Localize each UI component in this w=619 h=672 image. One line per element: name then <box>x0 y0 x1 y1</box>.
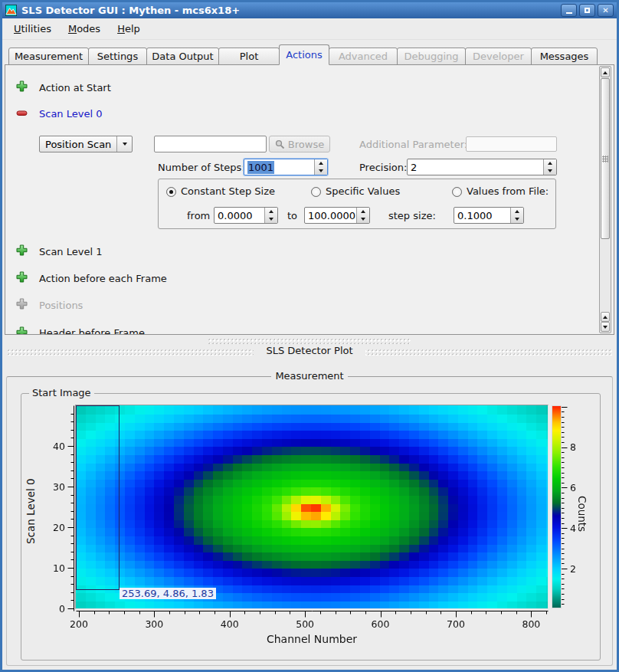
actions-panel: Action at Start Scan Level 0 Position Sc… <box>5 64 614 335</box>
scan-level-1-label[interactable]: Scan Level 1 <box>39 246 102 257</box>
expand-plus-icon[interactable] <box>16 271 28 283</box>
spin-down-button[interactable] <box>511 215 523 223</box>
spinbox-buttons[interactable] <box>543 159 556 175</box>
arrow-up-icon <box>515 210 519 213</box>
scan-level-0-label[interactable]: Scan Level 0 <box>39 108 102 120</box>
actions-scrollbar[interactable] <box>599 66 611 333</box>
precision-value[interactable]: 2 <box>408 159 543 175</box>
scan-mode-value: Position Scan <box>40 139 116 150</box>
spin-down-button[interactable] <box>357 215 369 223</box>
spin-up-button[interactable] <box>544 159 556 167</box>
arrow-up-icon <box>603 316 608 319</box>
spin-up-button[interactable] <box>511 208 523 215</box>
tab-data-output[interactable]: Data Output <box>146 48 219 65</box>
spinbox-buttons[interactable] <box>314 159 327 175</box>
app-logo-icon <box>5 5 17 16</box>
tab-actions[interactable]: Actions <box>279 44 329 65</box>
spinbox-buttons[interactable] <box>510 208 523 223</box>
spinbox-buttons[interactable] <box>356 208 369 223</box>
collapse-minus-icon[interactable] <box>16 107 28 119</box>
minimize-icon <box>566 12 572 14</box>
tab-plot[interactable]: Plot <box>218 48 280 65</box>
measurement-title-row: Measurement <box>7 370 612 382</box>
y-axis-title: Scan Level 0 <box>25 438 37 584</box>
arrow-down-icon <box>269 218 273 221</box>
menu-modes[interactable]: Modes <box>60 20 109 38</box>
heatmap-canvas[interactable] <box>76 405 548 608</box>
expand-plus-icon-disabled <box>16 298 28 310</box>
arrow-up-icon <box>319 162 323 165</box>
spin-down-button[interactable] <box>544 167 556 175</box>
action-at-start-label[interactable]: Action at Start <box>39 82 111 93</box>
title-bar[interactable]: SLS Detector GUI : Mythen - mcs6x18+ ✕ <box>2 2 617 18</box>
from-spinbox[interactable]: 0.0000 <box>214 207 278 224</box>
spinbox-buttons[interactable] <box>264 208 277 223</box>
menu-utilities[interactable]: Utilities <box>5 20 60 38</box>
tab-measurement[interactable]: Measurement <box>8 48 89 65</box>
spin-up-button[interactable] <box>265 208 277 215</box>
scrollbar-thumb[interactable] <box>601 78 610 239</box>
close-button[interactable]: ✕ <box>598 4 614 17</box>
expand-plus-icon[interactable] <box>16 244 28 256</box>
expand-plus-icon[interactable] <box>16 80 28 92</box>
scrollbar-up-button[interactable] <box>601 67 610 77</box>
step-size-value[interactable]: 0.1000 <box>454 208 510 223</box>
constant-step-size-label[interactable]: Constant Step Size <box>181 185 275 197</box>
chevron-down-icon <box>123 143 127 146</box>
menu-bar: Utilities Modes Help <box>2 18 617 40</box>
precision-spinbox[interactable]: 2 <box>407 159 557 175</box>
colorbar-title: Counts <box>576 441 588 587</box>
grip-dots-icon <box>602 156 608 162</box>
spin-up-button[interactable] <box>315 159 327 167</box>
splitter-label-row: SLS Detector Plot <box>2 345 617 356</box>
spin-down-button[interactable] <box>315 167 327 175</box>
arrow-down-icon <box>361 218 365 221</box>
start-image-title-row: Start Image <box>29 387 94 398</box>
scan-file-input[interactable] <box>154 136 267 152</box>
step-mode-groupbox: Constant Step Size Specific Values Value… <box>158 179 556 229</box>
to-spinbox[interactable]: 100.0000 <box>304 207 370 224</box>
specific-values-label[interactable]: Specific Values <box>326 185 400 197</box>
start-image-title: Start Image <box>29 387 94 398</box>
step-size-spinbox[interactable]: 0.1000 <box>454 207 524 224</box>
tab-debugging: Debugging <box>397 48 466 65</box>
action-before-each-frame-label[interactable]: Action before each Frame <box>39 273 167 284</box>
specific-values-radio[interactable] <box>311 187 321 197</box>
browse-button: Browse <box>269 136 330 152</box>
scan-mode-combobox[interactable]: Position Scan <box>39 136 133 152</box>
scrollbar-up-button-2[interactable] <box>601 312 610 322</box>
header-before-frame-label[interactable]: Header before Frame <box>39 327 145 335</box>
tab-advanced: Advanced <box>329 48 398 65</box>
number-of-steps-label: Number of Steps: <box>158 162 245 173</box>
values-from-file-label[interactable]: Values from File: <box>467 185 549 197</box>
start-image-groupbox: Start Image Scan Level 0 253.69, 4.86, 1… <box>21 393 601 661</box>
cursor-readout-tooltip: 253.69, 4.86, 1.83 <box>120 588 216 599</box>
to-value[interactable]: 100.0000 <box>305 208 356 223</box>
values-from-file-radio[interactable] <box>452 187 462 197</box>
spin-down-button[interactable] <box>265 215 277 223</box>
arrow-down-icon <box>548 169 552 172</box>
arrow-down-icon <box>319 169 323 172</box>
number-of-steps-spinbox[interactable]: 1001 <box>244 159 328 175</box>
splitter[interactable]: SLS Detector Plot <box>2 335 617 361</box>
minimize-button[interactable] <box>561 4 577 17</box>
spin-up-button[interactable] <box>357 208 369 215</box>
tab-developer: Developer <box>465 48 532 65</box>
scrollbar-down-button[interactable] <box>601 322 610 332</box>
menu-help[interactable]: Help <box>109 20 149 38</box>
heatmap-frame[interactable] <box>75 405 549 609</box>
step-size-label: step size: <box>388 210 436 221</box>
from-value[interactable]: 0.0000 <box>215 208 264 223</box>
arrow-down-icon <box>515 218 519 221</box>
browse-label: Browse <box>288 139 324 150</box>
combobox-dropdown-arrow[interactable] <box>116 136 132 152</box>
to-label: to <box>287 210 297 221</box>
number-of-steps-value[interactable]: 1001 <box>247 161 274 174</box>
expand-plus-icon[interactable] <box>16 326 28 335</box>
maximize-button[interactable] <box>579 4 595 17</box>
tab-settings[interactable]: Settings <box>88 48 147 65</box>
tab-messages[interactable]: Messages <box>531 48 598 65</box>
splitter-handle[interactable] <box>208 338 411 344</box>
constant-step-size-radio[interactable] <box>166 187 176 197</box>
magnifier-icon <box>275 139 285 149</box>
